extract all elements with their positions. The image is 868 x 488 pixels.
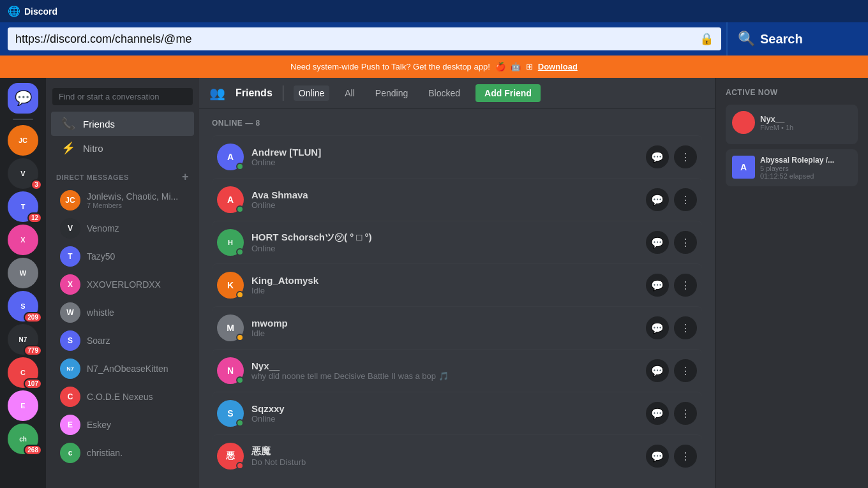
dm-section-header: DIRECT MESSAGES + <box>46 160 199 186</box>
more-button-nyx[interactable]: ⋮ <box>674 359 697 382</box>
more-button-andrew[interactable]: ⋮ <box>674 145 697 168</box>
search-bar[interactable]: 🔍 Search <box>726 22 860 55</box>
friend-actions-hort: 💬 ⋮ <box>646 231 697 254</box>
dm-item-group1[interactable]: JC Jonlewis, Chaotic, Mi... 7 Members <box>51 186 194 214</box>
active-user-card-nyx: Nyx__ FiveM • 1h <box>726 105 858 144</box>
message-button-king[interactable]: 💬 <box>646 274 669 297</box>
more-button-hort[interactable]: ⋮ <box>674 231 697 254</box>
server-icon-2[interactable]: V 3 <box>8 158 38 189</box>
dm-item-christian[interactable]: c christian. <box>51 439 194 467</box>
message-button-hort[interactable]: 💬 <box>646 231 669 254</box>
active-user-header-nyx: Nyx__ FiveM • 1h <box>732 111 851 134</box>
dm-item-soarz[interactable]: S Soarz <box>51 327 194 355</box>
server-divider <box>13 119 33 120</box>
friends-nav-icon: 📞 <box>61 117 75 131</box>
message-button-ava[interactable]: 💬 <box>646 188 669 211</box>
message-button-mwomp[interactable]: 💬 <box>646 316 669 339</box>
dm-item-eskey[interactable]: E Eskey <box>51 411 194 439</box>
friend-item-akuma[interactable]: 悪 悪魔 Do Not Disturb 💬 ⋮ <box>212 434 702 477</box>
more-button-king[interactable]: ⋮ <box>674 274 697 297</box>
friend-actions-ava: 💬 ⋮ <box>646 188 697 211</box>
friend-item-nyx[interactable]: N Nyx__ why did noone tell me Decisive B… <box>212 349 702 392</box>
active-now-title: ACTIVE NOW <box>726 88 858 97</box>
dm-avatar-tazy50: T <box>60 246 80 267</box>
dm-avatar-venomz: V <box>60 218 80 239</box>
server-icon-8[interactable]: C 107 <box>8 357 38 388</box>
friend-item-sqzxxy[interactable]: S Sqzxxy Online 💬 ⋮ <box>212 392 702 434</box>
friend-status-andrew: Online <box>251 158 646 167</box>
friend-avatar-mwomp: M <box>217 314 244 341</box>
tab-pending[interactable]: Pending <box>370 85 413 101</box>
dm-item-tazy50[interactable]: T Tazy50 <box>51 242 194 270</box>
message-button-andrew[interactable]: 💬 <box>646 145 669 168</box>
friend-actions-akuma: 💬 ⋮ <box>646 445 697 468</box>
dm-item-xxoverlordxx[interactable]: X XXOVERLORDXX <box>51 270 194 299</box>
friend-status-sqzxxy: Online <box>251 414 646 424</box>
dm-item-n7[interactable]: N7 N7_AnObeaseKitten <box>51 355 194 383</box>
tab-online[interactable]: Online <box>294 85 329 101</box>
friend-item-mwomp[interactable]: M mwomp Idle 💬 ⋮ <box>212 306 702 349</box>
friends-header-title: Friends <box>236 87 273 99</box>
add-friend-button[interactable]: Add Friend <box>475 84 541 102</box>
nitro-nav-icon: ⚡ <box>61 141 75 155</box>
active-now-sidebar: ACTIVE NOW Nyx__ FiveM • 1h A Abyssal Ro… <box>715 78 868 488</box>
dm-section-label: DIRECT MESSAGES <box>56 174 129 181</box>
address-input[interactable]: https://discord.com/channels/@me 🔒 <box>8 27 721 50</box>
friends-header-divider <box>283 85 283 101</box>
tab-blocked[interactable]: Blocked <box>423 85 465 101</box>
friend-item-andrew[interactable]: A Andrew [TLUN] Online 💬 ⋮ <box>212 135 702 178</box>
server-icon-4[interactable]: X <box>8 225 38 255</box>
dm-name-christian: christian. <box>87 448 123 458</box>
dm-name-eskey: Eskey <box>87 420 111 430</box>
friends-header-icon: 👥 <box>209 85 225 101</box>
badge-3: 12 <box>27 212 42 223</box>
browser-titlebar: 🌐 Discord <box>0 0 868 22</box>
sidebar-nav-nitro[interactable]: ⚡ Nitro <box>51 136 194 160</box>
home-server-icon[interactable]: 💬 <box>8 83 38 114</box>
friends-nav-label: Friends <box>83 119 115 129</box>
friend-name-andrew: Andrew [TLUN] <box>251 147 646 158</box>
dm-item-code[interactable]: C C.O.D.E Nexeus <box>51 383 194 411</box>
friend-name-mwomp: mwomp <box>251 318 646 329</box>
friend-avatar-king: K <box>217 272 244 299</box>
server-icon-7[interactable]: N7 779 <box>8 324 38 355</box>
friend-info-mwomp: mwomp Idle <box>251 318 646 338</box>
friend-item-ava[interactable]: A Ava Shmava Online 💬 ⋮ <box>212 178 702 221</box>
dm-name-xxoverlordxx: XXOVERLORDXX <box>87 279 161 290</box>
server-icon-10[interactable]: ch 268 <box>8 424 38 454</box>
dm-search-input[interactable] <box>52 88 193 105</box>
game-detail1-abyssal: 5 players <box>760 165 834 172</box>
server-icon-9[interactable]: E <box>8 390 38 421</box>
friend-status-nyx: why did noone tell me Decisive Battle II… <box>251 371 646 381</box>
sidebar-nav-friends[interactable]: 📞 Friends <box>51 112 194 136</box>
more-button-mwomp[interactable]: ⋮ <box>674 316 697 339</box>
friend-actions-king: 💬 ⋮ <box>646 274 697 297</box>
friend-actions-andrew: 💬 ⋮ <box>646 145 697 168</box>
dm-avatar-soarz: S <box>60 330 80 351</box>
message-button-nyx[interactable]: 💬 <box>646 359 669 382</box>
server-icon-3[interactable]: T 12 <box>8 191 38 222</box>
more-button-akuma[interactable]: ⋮ <box>674 445 697 468</box>
friend-item-hort[interactable]: H HORT Schorschツ㋡( ° □ °) Online 💬 ⋮ <box>212 221 702 263</box>
server-icon-5[interactable]: W <box>8 258 38 288</box>
friend-avatar-andrew: A <box>217 144 244 170</box>
lock-icon: 🔒 <box>700 32 714 46</box>
friend-name-hort: HORT Schorschツ㋡( ° □ °) <box>251 232 646 244</box>
message-button-sqzxxy[interactable]: 💬 <box>646 402 669 425</box>
dm-name-code: C.O.D.E Nexeus <box>87 392 153 402</box>
search-icon: 🔍 <box>738 31 755 47</box>
friend-name-king: King_Atomysk <box>251 275 646 286</box>
tab-all[interactable]: All <box>340 85 360 101</box>
more-button-sqzxxy[interactable]: ⋮ <box>674 402 697 425</box>
add-dm-button[interactable]: + <box>182 170 189 184</box>
friend-avatar-nyx: N <box>217 357 244 384</box>
more-button-ava[interactable]: ⋮ <box>674 188 697 211</box>
download-button[interactable]: Download <box>538 62 578 71</box>
dm-item-whistle[interactable]: W whistle <box>51 299 194 327</box>
dm-info-group1: Jonlewis, Chaotic, Mi... 7 Members <box>87 191 178 209</box>
server-icon-6[interactable]: S 209 <box>8 291 38 322</box>
server-icon-1[interactable]: JC <box>8 125 38 156</box>
friend-item-king[interactable]: K King_Atomysk Idle 💬 ⋮ <box>212 263 702 306</box>
message-button-akuma[interactable]: 💬 <box>646 445 669 468</box>
dm-item-venomz[interactable]: V Venomz <box>51 214 194 242</box>
